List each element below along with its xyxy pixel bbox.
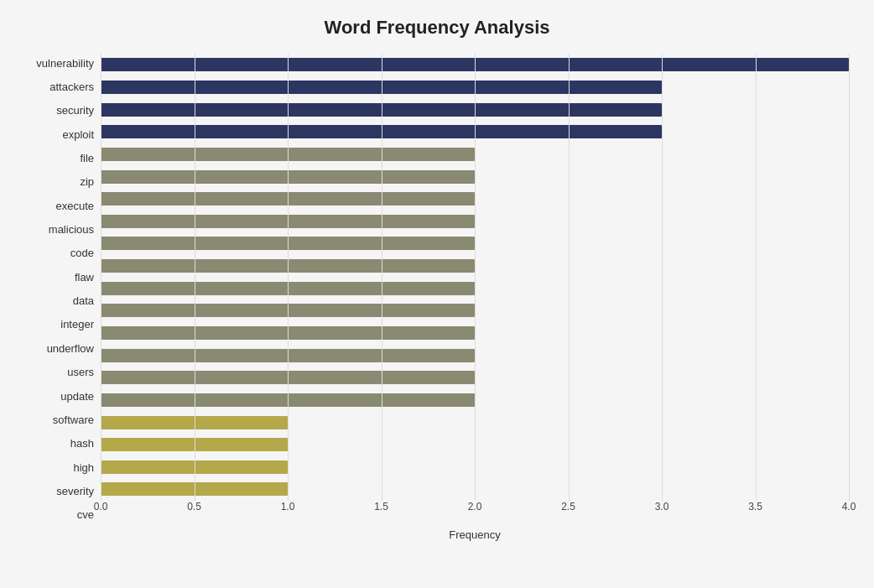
y-label: code: [70, 244, 94, 263]
y-label: malicious: [49, 221, 94, 239]
bar-row: [101, 279, 849, 298]
bar-file: [101, 148, 475, 161]
x-tick: 0.5: [187, 501, 201, 513]
bars-wrapper: [101, 54, 849, 524]
bar-cve: [101, 482, 288, 496]
chart-title: Word Frequency Analysis: [25, 17, 849, 39]
bar-integer: [101, 304, 475, 317]
bar-underflow: [101, 326, 475, 340]
y-label: flaw: [75, 268, 94, 286]
y-label: exploit: [62, 125, 94, 143]
bar-row: [101, 190, 849, 208]
bar-security: [101, 103, 662, 117]
x-axis-label: Frequency: [101, 528, 849, 541]
x-tick: 0.0: [94, 501, 108, 513]
bar-row: [101, 414, 849, 432]
bar-severity: [101, 461, 288, 474]
bar-row: [101, 212, 849, 231]
y-label: software: [53, 410, 94, 429]
bar-software: [101, 393, 475, 407]
x-tick: 2.0: [468, 501, 482, 513]
x-tick: 4.0: [842, 501, 856, 513]
bar-row: [101, 435, 849, 454]
y-label: attackers: [49, 77, 94, 96]
y-label: vulnerability: [36, 54, 94, 72]
bar-attackers: [101, 81, 662, 94]
x-tick: 3.5: [748, 501, 762, 513]
bar-row: [101, 346, 849, 365]
bar-data: [101, 282, 475, 295]
bar-row: [101, 480, 849, 498]
y-label: high: [73, 458, 94, 476]
y-label: cve: [77, 506, 94, 524]
x-tick: 3.0: [655, 501, 669, 513]
bar-row: [101, 55, 849, 74]
y-label: execute: [55, 196, 94, 215]
bar-high: [101, 438, 288, 451]
bar-row: [101, 145, 849, 164]
bar-row: [101, 122, 849, 141]
x-tick: 2.5: [561, 501, 575, 513]
y-label: severity: [56, 481, 94, 500]
bar-vulnerability: [101, 58, 849, 71]
y-label: hash: [70, 434, 94, 453]
bar-row: [101, 101, 849, 119]
bar-hash: [101, 416, 288, 429]
bar-row: [101, 78, 849, 96]
y-label: underflow: [47, 339, 94, 357]
chart-container: Word Frequency Analysis vulnerabilityatt…: [0, 0, 874, 588]
bar-users: [101, 349, 475, 362]
y-label: file: [80, 148, 94, 167]
y-label: update: [60, 387, 94, 405]
y-label: zip: [80, 173, 94, 191]
bar-row: [101, 168, 849, 186]
bar-row: [101, 391, 849, 409]
bar-row: [101, 234, 849, 252]
bar-row: [101, 257, 849, 275]
bar-flaw: [101, 259, 475, 273]
y-label: integer: [60, 315, 94, 334]
bar-row: [101, 324, 849, 342]
chart-area: vulnerabilityattackerssecurityexploitfil…: [25, 54, 849, 524]
bar-code: [101, 237, 475, 250]
y-label: users: [67, 363, 94, 382]
bar-row: [101, 301, 849, 320]
y-label: data: [73, 292, 94, 310]
y-label: security: [56, 101, 94, 120]
bar-exploit: [101, 125, 662, 138]
bar-update: [101, 371, 475, 384]
x-axis: Frequency 0.00.51.01.52.02.53.03.54.0: [101, 501, 849, 524]
bar-zip: [101, 170, 475, 184]
x-tick: 1.0: [281, 501, 295, 513]
bars-and-grid: Frequency 0.00.51.01.52.02.53.03.54.0: [101, 54, 849, 524]
grid-line: [849, 54, 850, 501]
x-tick: 1.5: [374, 501, 388, 513]
bar-row: [101, 368, 849, 387]
bar-malicious: [101, 215, 475, 228]
y-axis: vulnerabilityattackerssecurityexploitfil…: [25, 54, 101, 524]
bar-row: [101, 458, 849, 476]
bar-execute: [101, 192, 475, 206]
